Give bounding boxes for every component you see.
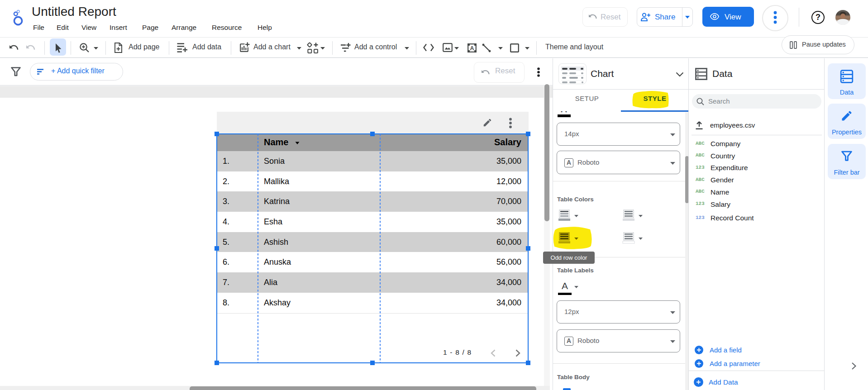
svg-text:A: A [470, 45, 474, 52]
